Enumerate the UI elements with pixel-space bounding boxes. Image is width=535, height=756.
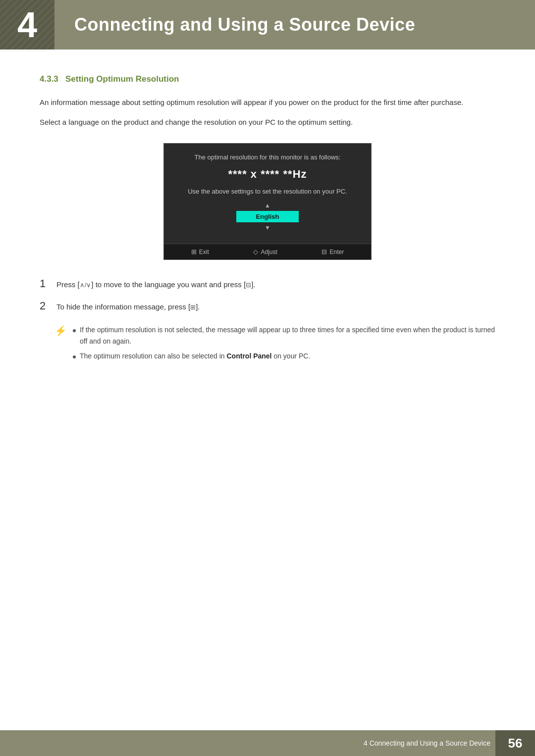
dialog-resolution-text: **** x **** **Hz xyxy=(176,168,359,181)
section-paragraph-2: Select a language on the product and cha… xyxy=(40,116,495,128)
key-exit-icon: ⊞ xyxy=(190,302,196,313)
key-enter-icon: ⊟ xyxy=(246,280,251,291)
section-number: 4.3.3 xyxy=(40,74,58,84)
page-header: 4 Connecting and Using a Source Device xyxy=(0,0,535,50)
note-text-1: If the optimum resolution is not selecte… xyxy=(80,324,495,347)
dialog-footer-exit-label: Exit xyxy=(199,249,209,255)
dialog-footer-enter: ⊟ Enter xyxy=(321,248,344,255)
note-caution-icon: ⚡ xyxy=(54,325,67,337)
steps-list: 1 Press [∧/∨] to move to the language yo… xyxy=(40,275,495,314)
bullet-dot-2 xyxy=(73,355,76,358)
step-1-text: Press [∧/∨] to move to the language you … xyxy=(56,279,495,291)
dialog-footer-enter-label: Enter xyxy=(329,249,344,255)
chapter-number: 4 xyxy=(17,7,37,43)
footer-page-number: 56 xyxy=(508,736,523,751)
footer-label: 4 Connecting and Using a Source Device xyxy=(364,739,495,747)
dialog-arrow-down: ▼ xyxy=(176,224,359,231)
section-title: Setting Optimum Resolution xyxy=(65,74,179,84)
chapter-title: Connecting and Using a Source Device xyxy=(74,14,415,35)
enter-icon: ⊟ xyxy=(321,248,327,255)
exit-icon: ⊞ xyxy=(191,248,197,255)
note-text-2: The optimum resolution can also be selec… xyxy=(80,351,310,361)
monitor-dialog: The optimal resolution for this monitor … xyxy=(163,143,372,260)
dialog-bottom-text: Use the above settings to set the resolu… xyxy=(176,188,359,195)
dialog-language-button: English xyxy=(236,211,299,222)
note-bullets: If the optimum resolution is not selecte… xyxy=(73,324,495,365)
step-2: 2 To hide the information message, press… xyxy=(40,297,495,314)
dialog-language-bar: English xyxy=(176,211,359,222)
dialog-footer-adjust-label: Adjust xyxy=(261,249,277,255)
section-paragraph-1: An information message about setting opt… xyxy=(40,97,495,108)
dialog-top-text: The optimal resolution for this monitor … xyxy=(176,153,359,161)
note-bullet-1: If the optimum resolution is not selecte… xyxy=(73,324,495,347)
step-2-number: 2 xyxy=(40,297,50,314)
dialog-footer: ⊞ Exit ◇ Adjust ⊟ Enter xyxy=(164,244,371,259)
section-heading: 4.3.3 Setting Optimum Resolution xyxy=(40,74,495,87)
control-panel-bold: Control Panel xyxy=(227,352,272,360)
footer-page-box: 56 xyxy=(495,730,535,756)
step-2-text: To hide the information message, press [… xyxy=(56,301,495,313)
adjust-icon: ◇ xyxy=(253,248,258,255)
key-updown-icon: ∧/∨ xyxy=(80,280,92,291)
main-content: 4.3.3 Setting Optimum Resolution An info… xyxy=(0,50,535,408)
dialog-footer-exit: ⊞ Exit xyxy=(191,248,209,255)
step-1: 1 Press [∧/∨] to move to the language yo… xyxy=(40,275,495,292)
dialog-arrow-up: ▲ xyxy=(176,202,359,209)
chapter-title-area: Connecting and Using a Source Device xyxy=(54,0,535,50)
monitor-dialog-wrapper: The optimal resolution for this monitor … xyxy=(40,143,495,260)
note-section: ⚡ If the optimum resolution is not selec… xyxy=(54,324,495,365)
note-bullet-2: The optimum resolution can also be selec… xyxy=(73,351,495,361)
chapter-number-box: 4 xyxy=(0,0,54,50)
page-footer: 4 Connecting and Using a Source Device 5… xyxy=(0,730,535,756)
step-1-number: 1 xyxy=(40,275,50,292)
bullet-dot-1 xyxy=(73,329,76,332)
monitor-dialog-body: The optimal resolution for this monitor … xyxy=(164,144,371,244)
dialog-footer-adjust: ◇ Adjust xyxy=(253,248,277,255)
